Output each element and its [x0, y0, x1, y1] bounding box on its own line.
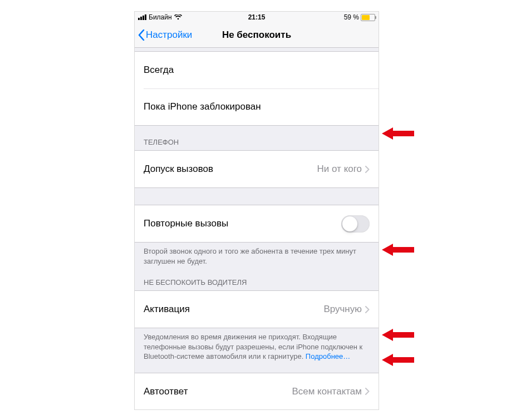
annotation-arrow	[382, 328, 414, 342]
chevron-right-icon	[365, 166, 370, 173]
back-label: Настройки	[146, 29, 192, 41]
driving-header: НЕ БЕСПОКОИТЬ ВОДИТЕЛЯ	[135, 270, 379, 290]
repeated-calls-footer: Второй звонок одного и того же абонента …	[135, 243, 379, 270]
chevron-right-icon	[365, 306, 370, 313]
annotation-arrow	[382, 353, 414, 367]
signal-icon	[138, 14, 146, 20]
battery-icon	[361, 14, 375, 21]
silence-locked-label: Пока iPhone заблокирован	[144, 101, 370, 112]
activation-value: Вручную	[323, 304, 362, 315]
chevron-right-icon	[365, 388, 370, 395]
status-time: 21:15	[217, 13, 296, 21]
back-button[interactable]: Настройки	[135, 29, 192, 41]
svg-marker-2	[382, 329, 414, 341]
status-right: 59 %	[296, 13, 375, 21]
autoreply-to-cell[interactable]: Автоответ Всем контактам	[135, 373, 379, 410]
repeated-calls-switch[interactable]	[341, 215, 370, 233]
svg-marker-1	[382, 244, 414, 256]
silence-always-cell[interactable]: Всегда	[135, 51, 379, 88]
autoreply-to-label: Автоответ	[144, 386, 292, 397]
activation-label: Активация	[144, 304, 323, 315]
wifi-icon	[174, 14, 182, 20]
carrier-label: Билайн	[149, 13, 172, 21]
chevron-left-icon	[138, 29, 145, 41]
activation-footer: Уведомления во время движения не приходя…	[135, 328, 379, 366]
autoreply-to-value: Всем контактам	[292, 386, 362, 397]
annotation-arrow	[382, 243, 414, 257]
battery-pct: 59 %	[344, 13, 359, 21]
phone-header: ТЕЛЕФОН	[135, 126, 379, 150]
annotation-arrow	[382, 126, 414, 141]
repeated-calls-cell[interactable]: Повторные вызовы	[135, 205, 379, 243]
phone-frame: Билайн 21:15 59 % Настройки Не беспокоит…	[134, 11, 379, 410]
status-left: Билайн	[138, 13, 217, 21]
silence-locked-cell[interactable]: Пока iPhone заблокирован	[135, 88, 379, 126]
learn-more-link[interactable]: Подробнее…	[306, 352, 350, 360]
allow-calls-label: Допуск вызовов	[144, 164, 317, 175]
allow-calls-value: Ни от кого	[317, 164, 362, 175]
repeated-calls-label: Повторные вызовы	[144, 218, 341, 229]
allow-calls-cell[interactable]: Допуск вызовов Ни от кого	[135, 150, 379, 188]
status-bar: Билайн 21:15 59 %	[135, 12, 379, 23]
nav-bar: Настройки Не беспокоить	[135, 23, 379, 48]
content: Всегда Пока iPhone заблокирован ТЕЛЕФОН …	[135, 48, 379, 410]
svg-marker-0	[382, 127, 414, 140]
silence-always-label: Всегда	[144, 65, 370, 76]
svg-marker-3	[382, 354, 414, 366]
activation-cell[interactable]: Активация Вручную	[135, 290, 379, 328]
